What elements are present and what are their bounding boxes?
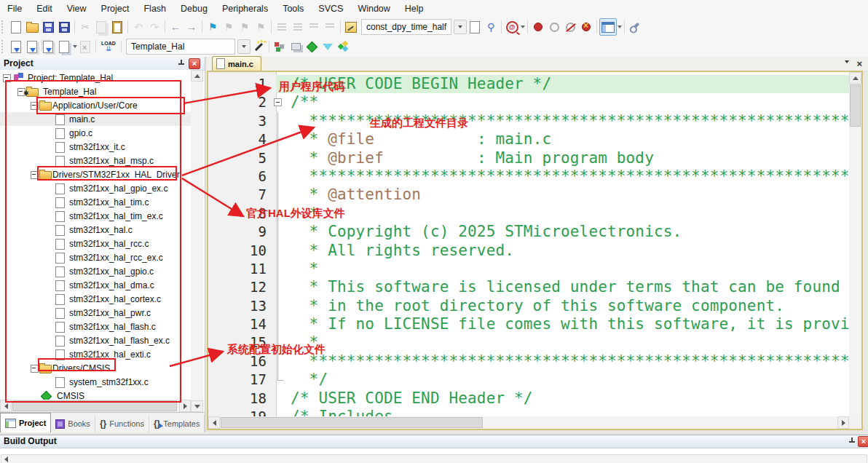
close-icon[interactable]: × xyxy=(858,436,868,447)
next-bookmark-icon[interactable]: ⚑ xyxy=(237,19,253,35)
options-for-target-icon[interactable] xyxy=(250,39,267,55)
project-tree[interactable]: Project: Template_HalTemplate_HalApplica… xyxy=(0,70,191,400)
editor-horizontal-scrollbar[interactable] xyxy=(208,416,849,429)
scrollbar-thumb[interactable] xyxy=(12,400,177,411)
stop-build-icon[interactable] xyxy=(77,39,93,55)
kill-all-breakpoints-icon[interactable] xyxy=(578,19,594,35)
cut-icon[interactable]: ✂ xyxy=(77,19,93,35)
menu-edit[interactable]: Edit xyxy=(29,0,60,17)
scroll-right-button[interactable] xyxy=(179,400,191,412)
tree-item-template-hal[interactable]: Template_Hal xyxy=(0,84,191,98)
tree-item-cmsis[interactable]: CMSIS xyxy=(0,389,191,400)
scroll-right-button[interactable] xyxy=(837,416,849,429)
tree-vertical-scrollbar[interactable] xyxy=(191,70,203,412)
expand-toggle-icon[interactable] xyxy=(31,365,39,373)
build-target-combo[interactable]: Template_Hal xyxy=(126,39,235,55)
menu-tools[interactable]: Tools xyxy=(275,0,311,17)
batch-build-icon[interactable] xyxy=(56,39,72,55)
comment-selection-icon[interactable] xyxy=(306,19,322,35)
editor-close-icon[interactable]: × xyxy=(856,58,862,69)
toolbar-grip[interactable] xyxy=(1,40,7,53)
menu-debug[interactable]: Debug xyxy=(173,0,215,17)
pack-installer-icon[interactable] xyxy=(336,39,352,55)
download-to-flash-icon[interactable]: LOAD⇊ xyxy=(98,39,119,55)
workspace-tab-functions[interactable]: Functions xyxy=(95,415,149,432)
manage-run-time-environment-icon[interactable] xyxy=(272,39,288,55)
debug-windows-icon[interactable] xyxy=(599,18,617,36)
workspace-tab-project[interactable]: Project xyxy=(0,413,51,432)
scroll-down-button[interactable] xyxy=(191,400,203,412)
indent-icon[interactable] xyxy=(274,19,290,35)
new-file-icon[interactable] xyxy=(8,19,24,35)
tree-item-stm32f1xx-hal-pwr-c[interactable]: stm32f1xx_hal_pwr.c xyxy=(0,306,191,320)
expand-toggle-icon[interactable] xyxy=(31,171,39,179)
editor-vertical-scrollbar[interactable] xyxy=(849,72,861,416)
expand-toggle-icon[interactable] xyxy=(3,74,11,82)
unindent-icon[interactable] xyxy=(290,19,306,35)
save-all-icon[interactable] xyxy=(56,19,72,35)
build-output-header[interactable]: Build Output × xyxy=(0,435,868,448)
scroll-left-button[interactable] xyxy=(0,400,12,412)
debug-windows-dropdown[interactable] xyxy=(618,25,622,28)
expand-toggle-icon[interactable] xyxy=(31,102,39,110)
clear-bookmarks-icon[interactable]: ⚑ xyxy=(253,19,269,35)
file-extensions-icon[interactable] xyxy=(288,39,304,55)
find-at-symbol-icon[interactable]: @ xyxy=(504,19,520,35)
undo-icon[interactable]: ↶ xyxy=(130,19,146,35)
tree-item-stm32f1xx-hal-tim-c[interactable]: stm32f1xx_hal_tim.c xyxy=(0,195,191,209)
enable-disable-breakpoint-icon[interactable] xyxy=(546,19,562,35)
target-select-dropdown[interactable] xyxy=(454,20,467,34)
redo-icon[interactable]: ↷ xyxy=(146,19,162,35)
tree-item-stm32f1xx-hal-msp-c[interactable]: stm32f1xx_hal_msp.c xyxy=(0,154,191,167)
tree-item-application-user-core[interactable]: Application/User/Core xyxy=(0,98,191,112)
target-select-combo[interactable]: const_dpy_time_half xyxy=(361,19,451,35)
find-dropdown-arrow[interactable] xyxy=(521,25,525,28)
scroll-up-button[interactable] xyxy=(191,70,203,82)
workspace-tab-books[interactable]: Books xyxy=(51,415,95,432)
insert-breakpoint-icon[interactable] xyxy=(530,19,546,35)
scroll-left-button[interactable] xyxy=(208,416,220,429)
pin-icon[interactable] xyxy=(178,60,184,67)
menu-help[interactable]: Help xyxy=(398,0,431,17)
fold-collapse-icon[interactable] xyxy=(271,93,291,111)
tree-horizontal-scrollbar[interactable] xyxy=(0,400,191,412)
tree-item-gpio-c[interactable]: gpio.c xyxy=(0,126,191,140)
menu-view[interactable]: View xyxy=(60,0,94,17)
paste-icon[interactable] xyxy=(109,19,125,35)
tree-item-stm32f1xx-hal-c[interactable]: stm32f1xx_hal.c xyxy=(0,223,191,237)
navigate-forward-icon[interactable]: → xyxy=(184,19,200,35)
workspace-tab-templates[interactable]: Templates xyxy=(149,415,205,432)
menu-window[interactable]: Window xyxy=(350,0,397,17)
menu-project[interactable]: Project xyxy=(94,0,137,17)
tree-item-project-template-hal[interactable]: Project: Template_Hal xyxy=(0,71,191,84)
tree-item-stm32f1xx-hal-gpio-c[interactable]: stm32f1xx_hal_gpio.c xyxy=(0,264,191,278)
tree-item-drivers-cmsis[interactable]: Drivers/CMSIS xyxy=(0,361,191,375)
build-target-dropdown[interactable] xyxy=(237,39,250,54)
code-editor[interactable]: 1/* USER CODE BEGIN Header */2/**3 *****… xyxy=(208,72,849,416)
tree-item-stm32f1xx-hal-rcc-ex-c[interactable]: stm32f1xx_hal_rcc_ex.c xyxy=(0,250,191,264)
close-icon[interactable]: × xyxy=(189,58,200,69)
translate-icon[interactable] xyxy=(8,39,24,55)
rebuild-icon[interactable] xyxy=(40,39,56,55)
scroll-up-button[interactable] xyxy=(849,72,861,84)
tree-item-stm32f1xx-hal-tim-ex-c[interactable]: stm32f1xx_hal_tim_ex.c xyxy=(0,209,191,223)
disable-all-breakpoints-icon[interactable] xyxy=(562,19,578,35)
find-icon[interactable]: ⚲ xyxy=(483,19,499,35)
tree-item-drivers-stm32f1xx-hal-driver[interactable]: Drivers/STM32F1xx_HAL_Driver xyxy=(0,167,191,181)
tree-item-system-stm32f1xx-c[interactable]: system_stm32f1xx.c xyxy=(0,375,191,389)
tree-item-stm32f1xx-hal-flash-c[interactable]: stm32f1xx_hal_flash.c xyxy=(0,320,191,333)
tree-item-main-c[interactable]: main.c xyxy=(0,112,191,126)
tree-item-stm32f1xx-hal-cortex-c[interactable]: stm32f1xx_hal_cortex.c xyxy=(0,292,191,306)
document-list-icon[interactable] xyxy=(845,60,849,63)
open-file-icon[interactable] xyxy=(24,19,40,35)
configure-tools-icon[interactable] xyxy=(627,19,643,35)
menu-svcs[interactable]: SVCS xyxy=(311,0,350,17)
build-output-scrollbar[interactable] xyxy=(1,454,867,463)
build-icon[interactable] xyxy=(24,39,40,55)
pin-icon[interactable] xyxy=(849,438,855,445)
scrollbar-thumb[interactable] xyxy=(221,417,483,428)
select-folders-icon[interactable] xyxy=(320,39,336,55)
configure-flash-tools-icon[interactable] xyxy=(343,19,359,35)
save-icon[interactable] xyxy=(40,19,56,35)
tree-item-stm32f1xx-hal-flash-ex-c[interactable]: stm32f1xx_hal_flash_ex.c xyxy=(0,333,191,347)
